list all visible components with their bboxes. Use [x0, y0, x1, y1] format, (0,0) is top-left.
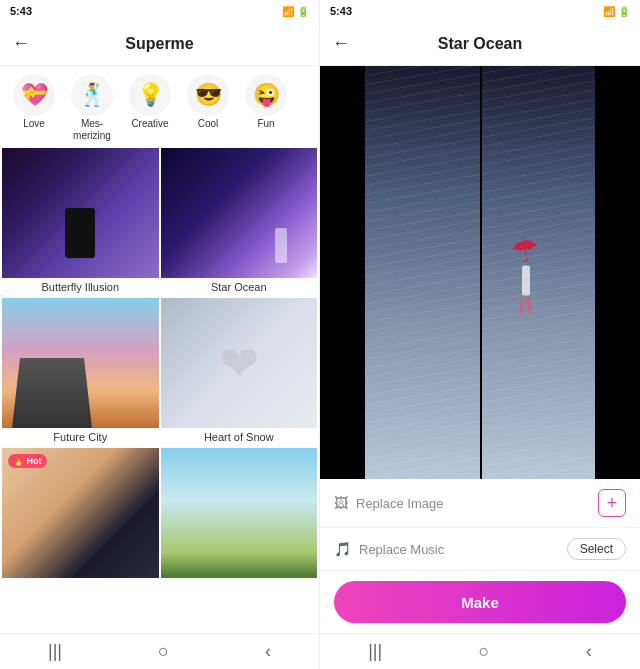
- template-futurecity[interactable]: Future City: [2, 298, 159, 446]
- left-status-icons: 📶 🔋: [282, 6, 309, 17]
- preview-figure: ☂: [511, 231, 540, 314]
- right-nav-menu[interactable]: |||: [368, 641, 382, 662]
- heartofsnow-image: [161, 298, 318, 428]
- starocean-image: [161, 148, 318, 278]
- template-grid: Butterfly Illusion Star Ocean Future Cit…: [0, 146, 319, 586]
- replace-music-row: 🎵 Replace Music Select: [320, 528, 640, 571]
- left-bottom-nav: ||| ○ ‹: [0, 633, 319, 669]
- left-leg: [519, 296, 525, 314]
- sky-label: [161, 578, 318, 584]
- category-love[interactable]: 💝 Love: [6, 74, 62, 130]
- black-bar-right: [595, 66, 640, 479]
- template-grid-scroll: Butterfly Illusion Star Ocean Future Cit…: [0, 146, 319, 633]
- right-leg: [526, 296, 532, 314]
- butterfly-label: Butterfly Illusion: [2, 278, 159, 296]
- selfie-label: [2, 578, 159, 584]
- category-creative[interactable]: 💡 Creative: [122, 74, 178, 130]
- right-nav-home[interactable]: ○: [479, 641, 490, 662]
- left-nav-back[interactable]: ‹: [265, 641, 271, 662]
- category-fun[interactable]: 😜 Fun: [238, 74, 294, 130]
- center-divider: [480, 66, 482, 479]
- left-time: 5:43: [10, 5, 32, 17]
- template-selfie[interactable]: 🔥 Hot: [2, 448, 159, 584]
- left-nav-menu[interactable]: |||: [48, 641, 62, 662]
- left-back-button[interactable]: ←: [12, 33, 30, 54]
- template-butterfly[interactable]: Butterfly Illusion: [2, 148, 159, 296]
- replace-image-button[interactable]: +: [598, 489, 626, 517]
- music-icon: 🎵: [334, 541, 351, 557]
- replace-image-label: Replace Image: [356, 496, 598, 511]
- starocean-label: Star Ocean: [161, 278, 318, 296]
- right-status-bar: 5:43 📶 🔋: [320, 0, 640, 22]
- futurecity-image: [2, 298, 159, 428]
- futurecity-label: Future City: [2, 428, 159, 446]
- preview-area: ☂: [320, 66, 640, 479]
- right-back-button[interactable]: ←: [332, 33, 350, 54]
- left-nav-home[interactable]: ○: [158, 641, 169, 662]
- heartofsnow-label: Heart of Snow: [161, 428, 318, 446]
- selfie-hot-badge: 🔥 Hot: [8, 454, 47, 468]
- creative-label: Creative: [131, 118, 168, 130]
- right-status-icons: 📶 🔋: [603, 6, 630, 17]
- left-status-bar: 5:43 📶 🔋: [0, 0, 319, 22]
- figure-legs: [520, 296, 531, 314]
- left-panel: 5:43 📶 🔋 ← Superme 💝 Love 🕺 Mes-merizing…: [0, 0, 320, 669]
- butterfly-image: [2, 148, 159, 278]
- template-sky[interactable]: [161, 448, 318, 584]
- right-title: Star Ocean: [438, 35, 522, 53]
- left-header: ← Superme: [0, 22, 319, 66]
- cool-label: Cool: [198, 118, 219, 130]
- sky-image: [161, 448, 318, 578]
- right-nav-back[interactable]: ‹: [586, 641, 592, 662]
- image-icon: 🖼: [334, 495, 348, 511]
- category-mesmerizing[interactable]: 🕺 Mes-merizing: [64, 74, 120, 142]
- right-header: ← Star Ocean: [320, 22, 640, 66]
- replace-music-button[interactable]: Select: [567, 538, 626, 560]
- category-cool[interactable]: 😎 Cool: [180, 74, 236, 130]
- mesmerizing-icon: 🕺: [71, 74, 113, 116]
- preview-background: ☂: [320, 66, 640, 479]
- replace-music-label: Replace Music: [359, 542, 567, 557]
- right-panel: 5:43 📶 🔋 ← Star Ocean ☂: [320, 0, 640, 669]
- right-time: 5:43: [330, 5, 352, 17]
- make-button[interactable]: Make: [334, 581, 626, 623]
- mesmerizing-label: Mes-merizing: [73, 118, 111, 142]
- creative-icon: 💡: [129, 74, 171, 116]
- cool-icon: 😎: [187, 74, 229, 116]
- left-title: Superme: [125, 35, 193, 53]
- love-label: Love: [23, 118, 45, 130]
- template-heartofsnow[interactable]: 🔥 🔥 Hot Hot Heart of Snow: [161, 298, 318, 446]
- right-bottom-nav: ||| ○ ‹: [320, 633, 640, 669]
- fun-icon: 😜: [245, 74, 287, 116]
- category-row: 💝 Love 🕺 Mes-merizing 💡 Creative 😎 Cool …: [0, 66, 319, 146]
- love-icon: 💝: [13, 74, 55, 116]
- umbrella-icon: ☂: [508, 229, 543, 271]
- template-starocean[interactable]: Star Ocean: [161, 148, 318, 296]
- black-bar-left: [320, 66, 365, 479]
- replace-image-row: 🖼 Replace Image +: [320, 479, 640, 528]
- fun-label: Fun: [257, 118, 274, 130]
